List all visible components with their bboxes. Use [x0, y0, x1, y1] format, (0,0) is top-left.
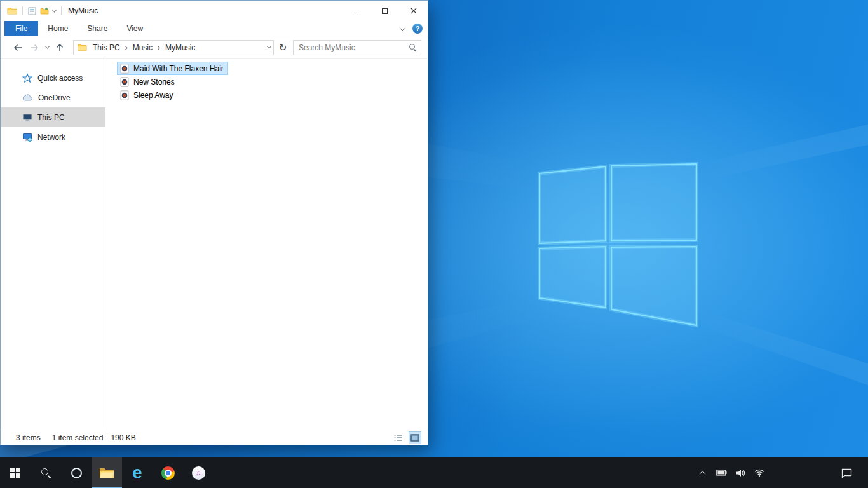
forward-button[interactable]	[26, 39, 43, 56]
chevron-down-icon	[44, 44, 49, 49]
large-icons-view-button[interactable]	[409, 431, 421, 444]
file-name: New Stories	[133, 78, 175, 86]
up-button[interactable]	[51, 39, 68, 56]
sidebar-item-this-pc[interactable]: This PC	[1, 107, 105, 127]
chevron-up-icon	[699, 470, 705, 477]
ribbon-right-controls: ?	[400, 21, 423, 36]
file-name: Maid With The Flaxen Hair	[133, 64, 224, 73]
file-list[interactable]: Maid With The Flaxen Hair New Stories	[105, 59, 428, 430]
search-icon	[41, 468, 50, 477]
windows-logo-icon	[10, 468, 20, 478]
details-view-button[interactable]	[392, 431, 405, 444]
minimize-icon	[353, 11, 360, 11]
chrome-icon	[161, 466, 175, 480]
file-item-maid-with-the-flaxen-hair[interactable]: Maid With The Flaxen Hair	[117, 62, 228, 75]
up-arrow-icon	[55, 43, 65, 53]
close-button[interactable]	[399, 1, 428, 21]
navigation-pane: Quick access OneDrive This PC	[1, 59, 105, 430]
breadcrumb-separator: ›	[155, 43, 163, 52]
properties-icon[interactable]	[28, 7, 36, 15]
recent-locations-button[interactable]	[43, 39, 51, 56]
network-status-button[interactable]	[752, 458, 766, 488]
desktop: MyMusic File Home Share View ?	[0, 0, 868, 488]
tab-view[interactable]: View	[117, 21, 153, 36]
window-body: Quick access OneDrive This PC	[1, 59, 428, 430]
expand-ribbon-chevron-icon[interactable]	[400, 25, 406, 31]
search-input[interactable]	[299, 43, 409, 52]
file-explorer-icon	[99, 466, 114, 479]
caption-buttons	[342, 1, 428, 21]
forward-arrow-icon	[29, 43, 39, 53]
sidebar-item-label: Network	[37, 133, 65, 142]
breadcrumb-mymusic[interactable]: MyMusic	[163, 43, 198, 52]
address-bar[interactable]: This PC › Music › MyMusic	[73, 40, 274, 55]
status-selected-size: 190 KB	[111, 433, 135, 442]
taskbar-chrome-button[interactable]	[153, 458, 183, 488]
taskbar-internet-explorer-button[interactable]: e	[122, 458, 153, 488]
action-center-button[interactable]	[834, 458, 859, 488]
internet-explorer-icon: e	[132, 464, 142, 482]
status-items-count: 3 items	[16, 433, 41, 442]
status-bar: 3 items 1 item selected 190 KB	[1, 430, 428, 445]
cloud-icon	[22, 93, 33, 103]
refresh-button[interactable]: ↻	[275, 40, 290, 55]
volume-button[interactable]	[733, 458, 747, 488]
details-view-icon	[394, 434, 403, 442]
ribbon-tab-bar: File Home Share View ?	[1, 21, 428, 36]
search-icon[interactable]	[409, 43, 417, 51]
tab-file[interactable]: File	[4, 21, 38, 36]
search-box[interactable]	[293, 40, 421, 55]
battery-status-button[interactable]	[714, 458, 728, 488]
music-note-icon: ♫	[196, 468, 201, 477]
file-name: Sleep Away	[133, 91, 173, 100]
maximize-button[interactable]	[370, 1, 399, 21]
separator	[22, 6, 23, 15]
large-icons-view-icon	[410, 434, 419, 442]
file-explorer-window: MyMusic File Home Share View ?	[0, 0, 428, 445]
tab-share[interactable]: Share	[78, 21, 117, 36]
help-icon[interactable]: ?	[412, 24, 423, 34]
taskbar: e ♫	[0, 458, 868, 488]
customize-toolbar-chevron-icon[interactable]	[52, 8, 57, 12]
new-folder-icon[interactable]	[40, 7, 49, 15]
folder-icon	[7, 6, 17, 16]
start-button[interactable]	[0, 458, 31, 488]
taskbar-itunes-button[interactable]: ♫	[183, 458, 214, 488]
title-bar[interactable]: MyMusic	[1, 1, 428, 21]
address-dropdown-chevron-icon[interactable]	[267, 44, 271, 49]
status-selected-count: 1 item selected	[52, 433, 104, 442]
close-icon	[410, 8, 417, 14]
taskbar-file-explorer-button[interactable]	[92, 458, 122, 488]
computer-icon	[22, 112, 32, 123]
breadcrumb-music[interactable]: Music	[130, 43, 155, 52]
back-button[interactable]	[10, 39, 26, 56]
sidebar-item-quick-access[interactable]: Quick access	[1, 68, 105, 88]
back-arrow-icon	[13, 43, 23, 53]
sidebar-item-network[interactable]: Network	[1, 127, 105, 147]
show-hidden-icons-button[interactable]	[695, 458, 709, 488]
battery-icon	[716, 470, 727, 476]
separator	[61, 6, 62, 15]
sidebar-item-onedrive[interactable]: OneDrive	[1, 88, 105, 107]
taskbar-search-button[interactable]	[31, 458, 61, 488]
folder-icon	[78, 43, 87, 51]
tab-home[interactable]: Home	[38, 21, 78, 36]
view-switcher	[392, 430, 421, 445]
maximize-icon	[382, 8, 388, 14]
itunes-icon: ♫	[192, 466, 205, 480]
quick-access-toolbar	[1, 6, 63, 16]
cortana-button[interactable]	[61, 458, 92, 488]
file-item-new-stories[interactable]: New Stories	[117, 75, 179, 88]
window-title: MyMusic	[68, 6, 98, 15]
network-icon	[22, 132, 32, 142]
breadcrumb-separator: ›	[123, 43, 130, 52]
file-item-sleep-away[interactable]: Sleep Away	[117, 88, 178, 102]
action-center-icon	[841, 468, 852, 478]
music-file-icon	[119, 77, 130, 87]
minimize-button[interactable]	[342, 1, 370, 21]
sidebar-item-label: OneDrive	[38, 93, 71, 102]
sidebar-item-label: This PC	[37, 113, 65, 122]
breadcrumb-this-pc[interactable]: This PC	[90, 43, 123, 52]
sidebar-item-label: Quick access	[37, 74, 83, 83]
navigation-bar: This PC › Music › MyMusic ↻	[1, 36, 428, 59]
